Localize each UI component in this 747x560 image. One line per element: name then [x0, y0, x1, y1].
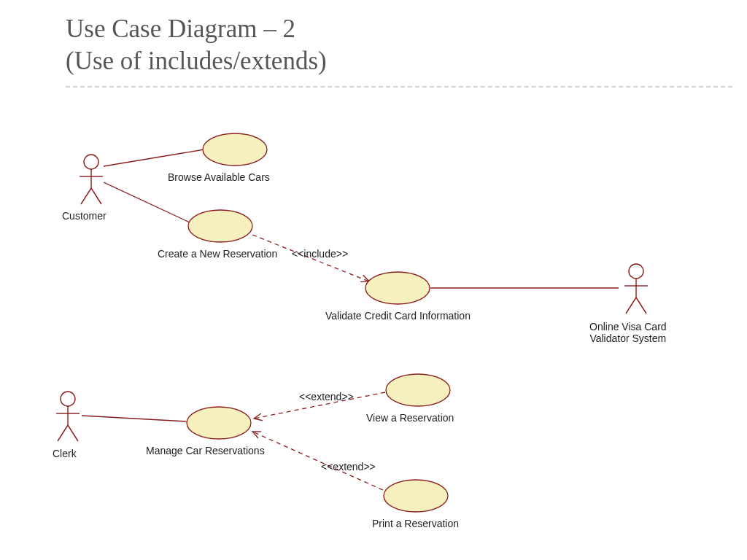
usecase-view-label: View a Reservation	[366, 412, 454, 424]
rel-extend1-label: <<extend>>	[299, 391, 354, 402]
usecase-validate-label: Validate Credit Card Information	[325, 310, 471, 322]
diagram-canvas	[0, 0, 747, 560]
actor-customer-icon	[80, 155, 103, 204]
actor-clerk-label: Clerk	[53, 448, 77, 459]
assoc-customer-browse	[104, 149, 204, 166]
usecase-validate	[365, 272, 430, 304]
actor-validator-label: Online Visa Card Validator System	[589, 321, 667, 344]
actor-customer-label: Customer	[62, 210, 107, 222]
assoc-customer-create	[104, 182, 190, 222]
rel-include1-label: <<include>>	[292, 248, 348, 260]
assoc-clerk-manage	[82, 416, 187, 421]
usecase-print	[384, 480, 448, 512]
rel-extend2-label: <<extend>>	[321, 461, 376, 472]
usecase-browse	[203, 133, 267, 166]
usecase-browse-label: Browse Available Cars	[168, 171, 270, 183]
usecase-manage-label: Manage Car Reservations	[146, 445, 265, 456]
usecase-view	[386, 374, 450, 406]
actor-validator-icon	[624, 264, 648, 314]
usecase-create-label: Create a New Reservation	[158, 248, 277, 260]
usecase-create	[188, 210, 252, 242]
actor-clerk-icon	[56, 392, 80, 441]
usecase-manage	[187, 407, 251, 439]
usecase-print-label: Print a Reservation	[372, 518, 459, 529]
